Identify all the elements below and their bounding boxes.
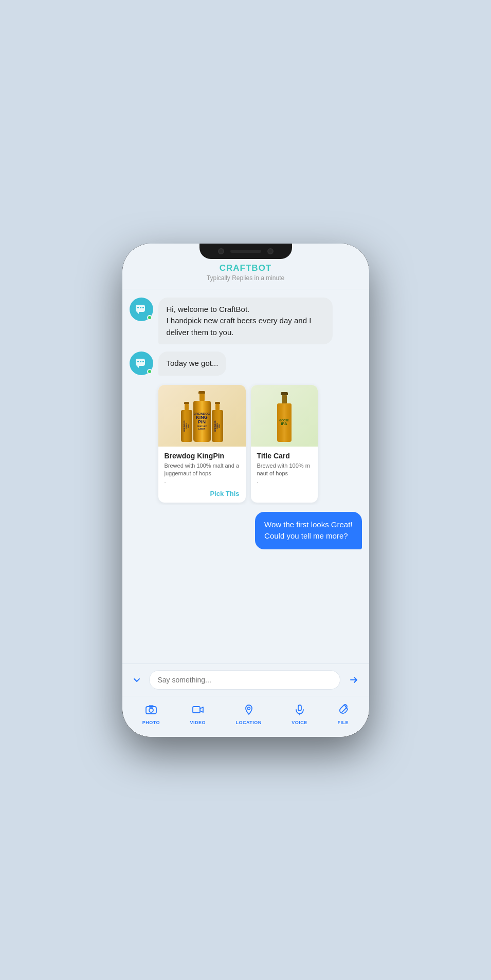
video-label: VIDEO	[190, 720, 206, 725]
goose-image: GOOSE IPA	[251, 385, 318, 447]
toolbar-file[interactable]: FILE	[337, 704, 349, 725]
svg-rect-1	[137, 307, 139, 308]
bot-message-row-1: Hi, welcome to CraftBot.I handpick new c…	[130, 298, 362, 345]
product-desc-goose: Brewed with 100% mnaut of hops.	[257, 462, 312, 486]
product-name-goose: Title Card	[257, 452, 312, 460]
svg-rect-3	[142, 307, 144, 308]
face-id-sensor	[267, 248, 274, 254]
phone-screen: CRAFTBOT Typically Replies in a minute	[122, 244, 369, 737]
message-input[interactable]	[149, 670, 340, 690]
online-indicator-2	[147, 369, 152, 374]
location-icon	[243, 704, 254, 718]
video-icon	[192, 704, 204, 718]
product-info-brewdog: Brewdog KingPin Brewed with 100% malt an…	[158, 447, 246, 503]
product-card-goose[interactable]: GOOSE IPA Title Card Brewed with 100% mn…	[251, 385, 318, 503]
bot-message-row-2: Today we got...	[130, 352, 362, 376]
svg-rect-6	[140, 361, 141, 362]
phone-frame: CRAFTBOT Typically Replies in a minute	[122, 244, 369, 737]
voice-label: VOICE	[292, 720, 307, 725]
bot-icon	[135, 303, 148, 316]
chat-area[interactable]: Hi, welcome to CraftBot.I handpick new c…	[122, 289, 369, 700]
user-bubble-1: Wow the first looks Great!Could you tell…	[255, 512, 361, 549]
location-label: LOCATION	[235, 720, 261, 725]
svg-rect-13	[298, 705, 301, 711]
svg-point-9	[149, 708, 153, 712]
svg-rect-11	[193, 707, 200, 713]
bot-icon-2	[135, 357, 148, 370]
speaker	[230, 250, 261, 253]
front-camera	[218, 248, 224, 254]
camera-icon	[146, 704, 157, 718]
toolbar-video[interactable]: VIDEO	[190, 704, 206, 725]
bot-name: CRAFTBOT	[133, 263, 359, 273]
svg-point-12	[247, 707, 250, 710]
product-image-brewdog: BREWDOGKINGPIN BREWDOG	[158, 385, 246, 447]
product-name-brewdog: Brewdog KingPin	[165, 452, 240, 460]
file-icon	[337, 704, 349, 718]
bot-avatar-1	[130, 298, 153, 321]
product-info-goose: Title Card Brewed with 100% mnaut of hop…	[251, 447, 318, 495]
svg-rect-5	[137, 361, 139, 362]
svg-rect-8	[146, 707, 156, 714]
send-button[interactable]	[345, 672, 362, 688]
bot-bubble-2: Today we got...	[158, 352, 227, 376]
svg-rect-7	[142, 361, 144, 362]
pick-this-button-brewdog[interactable]: Pick This	[165, 490, 240, 497]
brewdog-image: BREWDOGKINGPIN BREWDOG	[158, 385, 246, 447]
bottom-toolbar: PHOTO VIDEO LOCATION	[122, 696, 369, 737]
file-label: FILE	[337, 720, 349, 725]
bot-message-text-2: Today we got...	[167, 359, 219, 367]
product-cards-row: BREWDOGKINGPIN BREWDOG	[130, 383, 362, 505]
bot-message-text-1: Hi, welcome to CraftBot.I handpick new c…	[167, 305, 312, 337]
bot-bubble-1: Hi, welcome to CraftBot.I handpick new c…	[158, 298, 333, 345]
chevron-down-button[interactable]	[130, 673, 144, 687]
product-desc-brewdog: Brewed with 100% malt and a juggernaut o…	[165, 462, 240, 486]
toolbar-location[interactable]: LOCATION	[235, 704, 261, 725]
toolbar-photo[interactable]: PHOTO	[142, 704, 160, 725]
bot-avatar-2	[130, 352, 153, 375]
product-image-goose: GOOSE IPA	[251, 385, 318, 447]
online-indicator-1	[147, 315, 152, 320]
svg-rect-2	[140, 307, 141, 308]
microphone-icon	[294, 704, 305, 718]
user-message-row-1: Wow the first looks Great!Could you tell…	[130, 512, 362, 549]
bot-status: Typically Replies in a minute	[133, 274, 359, 282]
notch	[199, 244, 292, 259]
user-message-text-1: Wow the first looks Great!Could you tell…	[264, 520, 352, 541]
toolbar-voice[interactable]: VOICE	[292, 704, 307, 725]
input-area	[122, 663, 369, 696]
product-card-brewdog[interactable]: BREWDOGKINGPIN BREWDOG	[158, 385, 246, 503]
photo-label: PHOTO	[142, 720, 160, 725]
